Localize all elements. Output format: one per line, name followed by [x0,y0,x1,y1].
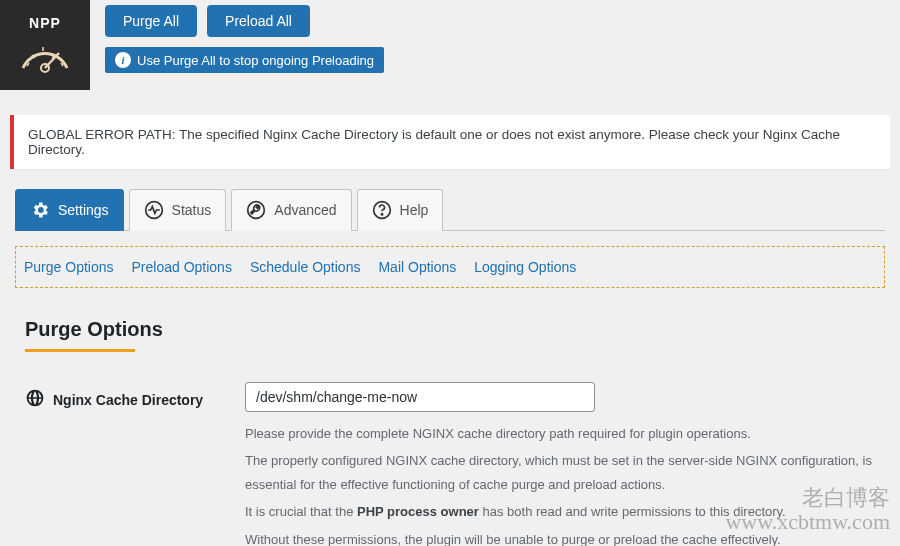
action-buttons: Purge All Preload All [105,5,384,37]
tab-settings[interactable]: Settings [15,189,124,231]
title-underline [25,349,135,352]
subtab-mail-options[interactable]: Mail Options [378,259,456,275]
field-nginx-cache-directory: Nginx Cache Directory Please provide the… [15,382,885,546]
gear-icon [30,200,50,220]
subtab-bar: Purge Options Preload Options Schedule O… [15,246,885,288]
tab-label: Advanced [274,202,336,218]
help-line-4: Without these permissions, the plugin wi… [245,528,875,546]
subtab-logging-options[interactable]: Logging Options [474,259,576,275]
tab-advanced[interactable]: Advanced [231,189,351,231]
tab-label: Help [400,202,429,218]
tab-help[interactable]: Help [357,189,444,231]
help-line-2: The properly configured NGINX cache dire… [245,449,875,496]
gauge-icon [15,33,75,73]
field-label-text: Nginx Cache Directory [53,392,203,408]
error-message: GLOBAL ERROR PATH: The specified Nginx C… [28,127,840,157]
subtab-preload-options[interactable]: Preload Options [132,259,232,275]
field-help-text: Please provide the complete NGINX cache … [245,422,875,546]
purge-all-button[interactable]: Purge All [105,5,197,37]
error-notice: GLOBAL ERROR PATH: The specified Nginx C… [10,115,890,169]
subtab-schedule-options[interactable]: Schedule Options [250,259,361,275]
field-label: Nginx Cache Directory [25,382,245,411]
globe-icon [25,388,45,411]
question-icon [372,200,392,220]
subtab-purge-options[interactable]: Purge Options [24,259,114,275]
tab-status[interactable]: Status [129,189,227,231]
svg-point-5 [381,214,382,215]
plugin-header: NPP Purge All Preload All i Use Purge Al… [0,0,900,100]
info-icon: i [115,52,131,68]
heartbeat-icon [144,200,164,220]
help-line-1: Please provide the complete NGINX cache … [245,422,875,445]
tab-label: Settings [58,202,109,218]
logo-text: NPP [15,15,75,31]
wrench-icon [246,200,266,220]
preload-all-button[interactable]: Preload All [207,5,310,37]
npp-logo: NPP [0,0,90,90]
tab-label: Status [172,202,212,218]
info-banner-text: Use Purge All to stop ongoing Preloading [137,53,374,68]
info-banner: i Use Purge All to stop ongoing Preloadi… [105,47,384,73]
section-title: Purge Options [25,318,885,341]
main-tabs: Settings Status Advanced Help [15,189,885,231]
help-line-3: It is crucial that the PHP process owner… [245,500,875,523]
nginx-cache-directory-input[interactable] [245,382,595,412]
svg-point-3 [248,202,265,219]
